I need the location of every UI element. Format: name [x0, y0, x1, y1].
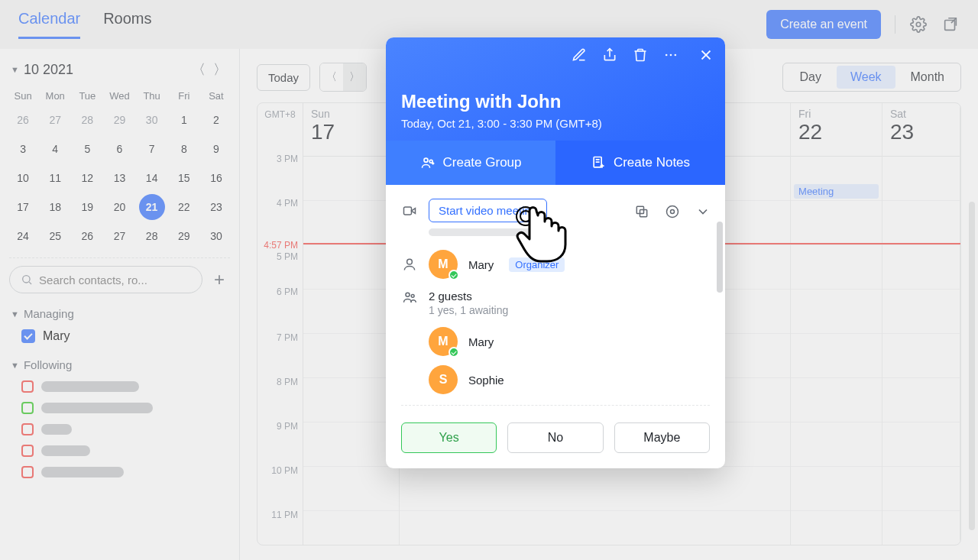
create-notes-button[interactable]: Create Notes: [555, 141, 725, 185]
mini-cal-day[interactable]: 25: [40, 222, 70, 250]
day-number: 23: [890, 120, 952, 144]
mini-cal-day[interactable]: 2: [201, 106, 232, 134]
prev-period-button[interactable]: 〈: [320, 63, 343, 91]
create-group-button[interactable]: Create Group: [386, 141, 555, 185]
add-calendar-icon[interactable]: +: [209, 269, 230, 290]
mini-cal-day[interactable]: 18: [40, 193, 70, 221]
start-video-button[interactable]: Start video meeting: [429, 199, 547, 222]
mini-cal-day[interactable]: 7: [137, 135, 167, 163]
mini-cal-day[interactable]: 15: [169, 164, 199, 192]
mini-cal-day[interactable]: 28: [72, 106, 102, 134]
guest-row[interactable]: MMary: [429, 327, 710, 356]
mini-cal-day[interactable]: 23: [201, 193, 232, 221]
chevron-down-icon[interactable]: [695, 203, 711, 220]
mini-cal-day[interactable]: 3: [8, 135, 38, 163]
close-icon[interactable]: [698, 47, 714, 63]
mini-cal-day[interactable]: 21: [139, 194, 165, 220]
edit-icon[interactable]: [571, 47, 588, 63]
managing-item-mary[interactable]: Mary: [8, 325, 232, 348]
mini-cal-day[interactable]: 26: [72, 222, 102, 250]
mini-cal-day[interactable]: 8: [169, 135, 199, 163]
checkbox-outline-icon[interactable]: [21, 402, 34, 414]
section-managing[interactable]: ▼Managing: [8, 303, 232, 325]
mini-cal-day[interactable]: 26: [8, 106, 38, 134]
tab-rooms[interactable]: Rooms: [103, 10, 151, 39]
organizer-avatar[interactable]: M: [429, 250, 458, 279]
checkbox-outline-icon[interactable]: [21, 445, 34, 457]
mini-cal-day[interactable]: 22: [169, 193, 199, 221]
organizer-name: Mary: [468, 258, 494, 271]
dow-label: Sun: [8, 90, 38, 102]
view-day-button[interactable]: Day: [785, 66, 834, 89]
mini-cal-day[interactable]: 29: [169, 222, 199, 250]
month-dropdown-icon[interactable]: ▼: [11, 65, 19, 74]
section-following[interactable]: ▼Following: [8, 354, 232, 376]
mini-cal-day[interactable]: 19: [72, 193, 102, 221]
svg-point-15: [406, 293, 410, 296]
meeting-link-placeholder: [429, 228, 559, 236]
mini-cal-day[interactable]: 10: [8, 164, 38, 192]
tab-calendar[interactable]: Calendar: [18, 10, 80, 39]
mini-cal-day[interactable]: 24: [8, 222, 38, 250]
mini-cal-day[interactable]: 28: [137, 222, 167, 250]
create-event-button[interactable]: Create an event: [766, 10, 881, 39]
search-input[interactable]: [39, 274, 191, 286]
settings-icon[interactable]: [909, 15, 928, 34]
mini-cal-day[interactable]: 30: [201, 222, 232, 250]
mini-cal-day[interactable]: 16: [201, 164, 232, 192]
mini-cal-day[interactable]: 4: [40, 135, 70, 163]
event-chip[interactable]: Meeting: [794, 184, 879, 199]
prev-month-icon[interactable]: 〈: [190, 61, 207, 78]
video-settings-icon[interactable]: [664, 203, 681, 220]
search-input-wrapper[interactable]: [9, 266, 202, 293]
month-label: 10 2021: [24, 62, 73, 78]
share-icon[interactable]: [601, 47, 618, 63]
following-item[interactable]: [8, 419, 232, 440]
mini-cal-day[interactable]: 30: [137, 106, 167, 134]
following-item[interactable]: [8, 440, 232, 461]
video-icon: [401, 203, 418, 218]
mini-cal-day[interactable]: 20: [104, 193, 134, 221]
svg-point-11: [671, 210, 675, 214]
mini-cal-day[interactable]: 17: [8, 193, 38, 221]
popout-icon[interactable]: [941, 15, 960, 34]
guest-avatar: S: [429, 365, 458, 394]
more-icon[interactable]: [662, 47, 679, 63]
time-label: 3 PM: [277, 154, 298, 164]
checkbox-outline-icon[interactable]: [21, 423, 34, 435]
mini-cal-day[interactable]: 1: [169, 106, 199, 134]
next-month-icon[interactable]: 〉: [212, 61, 228, 78]
mini-cal-day[interactable]: 6: [104, 135, 134, 163]
checkbox-icon[interactable]: [21, 329, 35, 343]
mini-cal-day[interactable]: 13: [104, 164, 134, 192]
mini-cal-day[interactable]: 5: [72, 135, 102, 163]
following-item[interactable]: [8, 376, 232, 397]
mini-cal-day[interactable]: 9: [201, 135, 232, 163]
view-month-button[interactable]: Month: [897, 66, 958, 89]
mini-cal-day[interactable]: 29: [104, 106, 134, 134]
time-label: 4:57 PM: [264, 240, 298, 251]
dow-label: Mon: [40, 90, 70, 102]
today-button[interactable]: Today: [257, 64, 310, 91]
mini-cal-day[interactable]: 27: [104, 222, 134, 250]
rsvp-yes-button[interactable]: Yes: [401, 422, 497, 453]
next-period-button[interactable]: 〉: [343, 63, 366, 91]
delete-icon[interactable]: [632, 47, 649, 63]
content-scrollbar[interactable]: [969, 202, 975, 530]
mini-cal-day[interactable]: 11: [40, 164, 70, 192]
mini-cal-day[interactable]: 14: [137, 164, 167, 192]
popup-scrollbar[interactable]: [717, 222, 723, 293]
checkbox-outline-icon[interactable]: [21, 466, 34, 478]
rsvp-no-button[interactable]: No: [507, 422, 603, 453]
event-title: Meeting with John: [401, 91, 710, 112]
view-week-button[interactable]: Week: [837, 66, 895, 89]
following-item[interactable]: [8, 461, 232, 483]
rsvp-maybe-button[interactable]: Maybe: [614, 422, 710, 453]
guest-row[interactable]: SSophie: [429, 365, 710, 394]
mini-cal-day[interactable]: 27: [40, 106, 70, 134]
mini-cal-day[interactable]: 12: [72, 164, 102, 192]
time-label: 7 PM: [277, 332, 298, 343]
checkbox-outline-icon[interactable]: [21, 380, 34, 393]
following-item[interactable]: [8, 397, 232, 419]
copy-icon[interactable]: [633, 203, 650, 220]
